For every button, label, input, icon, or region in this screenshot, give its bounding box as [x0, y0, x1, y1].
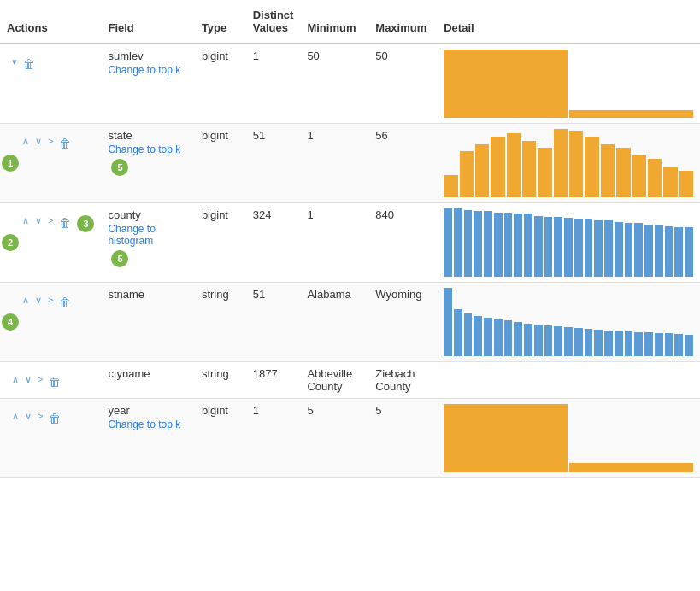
chart-bar [655, 225, 663, 277]
chart-bar [615, 331, 623, 356]
delete-button[interactable]: 🗑 [47, 411, 62, 426]
minimum-cell: 5 [300, 399, 368, 478]
chart-bar [534, 325, 543, 356]
chart-bar [574, 219, 583, 277]
distinct-values-cell: 1 [246, 44, 301, 124]
chart-bar [685, 227, 693, 277]
type-cell: bigint [195, 399, 246, 478]
move-up-button[interactable]: ∧ [10, 411, 21, 422]
chart-bar [554, 129, 568, 197]
delete-button[interactable]: 🗑 [21, 56, 37, 72]
chart-bar [444, 288, 452, 356]
move-up-button[interactable]: ∧ [21, 295, 31, 306]
move-down-button[interactable]: ∨ [23, 411, 33, 422]
chart-bar [574, 328, 583, 356]
chart-bar [524, 324, 532, 356]
chart-bar [585, 137, 598, 197]
main-table-container: Actions Field Type Distinct Values Minim… [0, 0, 700, 478]
chart-bar [494, 213, 503, 277]
chart-bar [634, 332, 643, 356]
chart-bar [632, 155, 646, 197]
maximum-cell: 5 [368, 399, 437, 478]
change-link[interactable]: Change to top k [108, 64, 187, 76]
expand-button[interactable]: > [46, 295, 55, 306]
maximum-cell: 840 [368, 203, 437, 283]
chart-bar [634, 223, 643, 277]
chart-bar [534, 216, 543, 277]
col-header-maximum: Maximum [368, 0, 437, 44]
move-down-button[interactable]: ∨ [33, 295, 44, 306]
chart-bar [615, 222, 623, 277]
table-row: ∧∨>🗑ctynamestring1877Abbeville CountyZie… [0, 362, 700, 399]
field-name: county [108, 208, 140, 221]
expand-button[interactable]: > [46, 215, 55, 226]
move-up-button[interactable]: ∧ [10, 374, 21, 385]
minimum-cell: 1 [300, 124, 368, 203]
chart-bar [538, 148, 551, 197]
chart-bar [504, 213, 513, 277]
detail-cell [437, 399, 700, 478]
type-cell: bigint [195, 203, 246, 283]
chart-bar [685, 335, 693, 356]
distinct-values-cell: 51 [246, 124, 301, 203]
delete-button[interactable]: 🗑 [47, 374, 62, 389]
chart-bar [464, 210, 473, 277]
mini-chart [444, 129, 693, 197]
chart-bar [444, 208, 452, 277]
expand-button[interactable]: > [36, 374, 44, 385]
type-cell: string [195, 283, 246, 362]
field-name: state [108, 129, 132, 142]
delete-button[interactable]: 🗑 [57, 215, 73, 231]
change-link[interactable]: Change to top k [108, 143, 187, 155]
chart-bar [616, 148, 630, 197]
move-down-button[interactable]: ∨ [33, 136, 44, 147]
chart-bar [514, 214, 522, 277]
expand-button[interactable]: ▾ [10, 56, 19, 67]
move-down-button[interactable]: ∨ [23, 374, 33, 385]
expand-button[interactable]: > [46, 136, 55, 147]
table-row: ∧∨>🗑yearChange to top kbigint155 [0, 399, 700, 478]
mini-chart [444, 50, 693, 118]
chart-bar [655, 333, 663, 356]
chart-bar [522, 141, 536, 197]
chart-bar [494, 319, 503, 356]
chart-bar [585, 219, 593, 277]
distinct-values-cell: 1877 [246, 362, 301, 399]
move-up-button[interactable]: ∧ [21, 136, 31, 147]
chart-bar [663, 167, 677, 197]
change-link[interactable]: Change to top k [108, 418, 187, 430]
chart-bar [454, 309, 462, 356]
col-header-actions: Actions [0, 0, 101, 44]
delete-button[interactable]: 🗑 [57, 295, 73, 310]
chart-bar [594, 220, 603, 277]
table-row: 2∧∨>🗑3countyChange to histogram5bigint32… [0, 203, 700, 283]
detail-cell [437, 283, 700, 362]
col-header-field: Field [101, 0, 194, 44]
type-cell: bigint [195, 44, 246, 124]
chart-bar [665, 333, 674, 356]
chart-bar [569, 463, 693, 472]
chart-bar [475, 144, 489, 197]
chart-bar [569, 131, 583, 197]
type-cell: string [195, 362, 246, 399]
expand-button[interactable]: > [36, 411, 44, 422]
chart-bar [569, 110, 693, 118]
move-down-button[interactable]: ∨ [33, 215, 44, 226]
minimum-cell: 50 [300, 44, 368, 124]
chart-bar [544, 325, 553, 356]
detail-cell [437, 44, 700, 124]
chart-bar [674, 334, 683, 356]
delete-button[interactable]: 🗑 [57, 136, 73, 151]
chart-bar [674, 227, 683, 277]
move-up-button[interactable]: ∧ [21, 215, 31, 226]
field-name: sumlev [108, 50, 143, 62]
detail-cell [437, 362, 700, 399]
change-link[interactable]: Change to histogram [108, 223, 187, 247]
distinct-values-cell: 1 [246, 399, 301, 478]
chart-bar [524, 214, 532, 277]
col-header-minimum: Minimum [300, 0, 368, 44]
sub-badge: 5 [111, 250, 128, 267]
col-header-distinct: Distinct Values [246, 0, 301, 44]
chart-bar [460, 151, 474, 197]
data-table: Actions Field Type Distinct Values Minim… [0, 0, 700, 478]
